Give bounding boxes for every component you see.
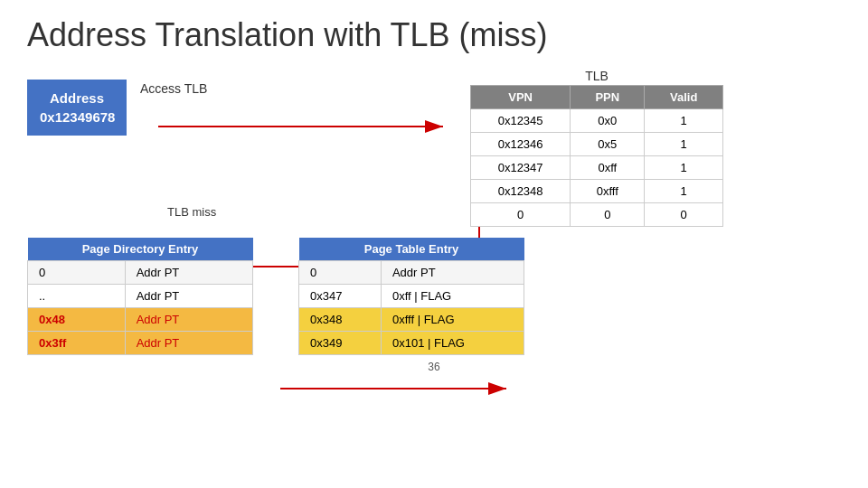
pt-col2-2: 0xfff | FLAG [381, 308, 524, 332]
page-dir-table: Page Directory Entry 0 Addr PT .. Addr P… [27, 238, 253, 355]
table-row: .. Addr PT [28, 285, 253, 308]
pd-col2-1: Addr PT [125, 285, 252, 308]
address-box: Address 0x12349678 [27, 80, 127, 136]
left-section: Address 0x12349678 Access TLB [27, 61, 353, 227]
pt-col2-3: 0x101 | FLAG [381, 332, 524, 355]
table-row: 0x3ff Addr PT [28, 332, 253, 355]
table-row: 0 Addr PT [28, 261, 253, 285]
table-row: 0x12347 0xff 1 [471, 156, 723, 180]
tlb-vpn-2: 0x12347 [471, 156, 571, 180]
tlb-ppn-3: 0xfff [571, 180, 645, 203]
tlb-vpn-3: 0x12348 [471, 180, 571, 203]
pt-col1-0: 0 [299, 261, 382, 285]
pd-col2-0: Addr PT [125, 261, 252, 285]
tlb-table: VPN PPN Valid 0x12345 0x0 1 0x12346 0x5 … [470, 85, 723, 227]
address-line1: Address [50, 90, 104, 106]
pt-col1-3: 0x349 [299, 332, 382, 355]
tlb-ppn-4: 0 [571, 203, 645, 227]
pd-col2-3: Addr PT [125, 332, 252, 355]
table-row: 0 0 0 [471, 203, 723, 227]
tlb-vpn-4: 0 [471, 203, 571, 227]
tlb-vpn-0: 0x12345 [471, 109, 571, 133]
pt-col2-0: Addr PT [381, 261, 524, 285]
table-row: 0x12345 0x0 1 [471, 109, 723, 133]
page-table-section: Page Table Entry 0 Addr PT 0x347 0xff | … [298, 238, 524, 355]
slide-number: 36 [0, 361, 868, 373]
tlb-col-vpn: VPN [471, 86, 571, 109]
table-row: 0x348 0xfff | FLAG [299, 308, 524, 332]
table-row: 0x48 Addr PT [28, 308, 253, 332]
tlb-valid-4: 0 [645, 203, 723, 227]
table-row: 0x12348 0xfff 1 [471, 180, 723, 203]
tlb-ppn-0: 0x0 [571, 109, 645, 133]
page-dir-section: Page Directory Entry 0 Addr PT .. Addr P… [27, 238, 253, 355]
tlb-col-valid: Valid [645, 86, 723, 109]
table-row: 0x349 0x101 | FLAG [299, 332, 524, 355]
pd-col1-3: 0x3ff [28, 332, 126, 355]
table-row: 0 Addr PT [299, 261, 524, 285]
bottom-section: TLB miss Page Directory Entry 0 Addr PT … [0, 230, 868, 355]
pt-col1-1: 0x347 [299, 285, 382, 308]
tlb-ppn-1: 0x5 [571, 133, 645, 156]
tlb-vpn-1: 0x12346 [471, 133, 571, 156]
pd-col1-2: 0x48 [28, 308, 126, 332]
tlb-valid-1: 1 [645, 133, 723, 156]
access-tlb-label: Access TLB [140, 81, 207, 96]
pt-col2-1: 0xff | FLAG [381, 285, 524, 308]
tlb-ppn-2: 0xff [571, 156, 645, 180]
address-line2: 0x12349678 [40, 109, 115, 125]
tlb-valid-3: 1 [645, 180, 723, 203]
tlb-miss-label: TLB miss [167, 205, 216, 219]
page-dir-header: Page Directory Entry [28, 238, 253, 261]
tlb-valid-2: 1 [645, 156, 723, 180]
main-content: Address 0x12349678 Access TLB TLB VPN PP… [0, 61, 868, 227]
pt-col1-2: 0x348 [299, 308, 382, 332]
right-section: TLB VPN PPN Valid 0x12345 0x0 1 0x12346 … [353, 69, 841, 227]
page-title: Address Translation with TLB (miss) [0, 0, 868, 61]
pd-col1-0: 0 [28, 261, 126, 285]
tlb-col-ppn: PPN [571, 86, 645, 109]
table-row: 0x12346 0x5 1 [471, 133, 723, 156]
tlb-section-label: TLB [585, 69, 609, 83]
tlb-valid-0: 1 [645, 109, 723, 133]
table-row: 0x347 0xff | FLAG [299, 285, 524, 308]
page-table-header: Page Table Entry [299, 238, 524, 261]
pd-col1-1: .. [28, 285, 126, 308]
pd-col2-2: Addr PT [125, 308, 252, 332]
page-table-table: Page Table Entry 0 Addr PT 0x347 0xff | … [298, 238, 524, 355]
